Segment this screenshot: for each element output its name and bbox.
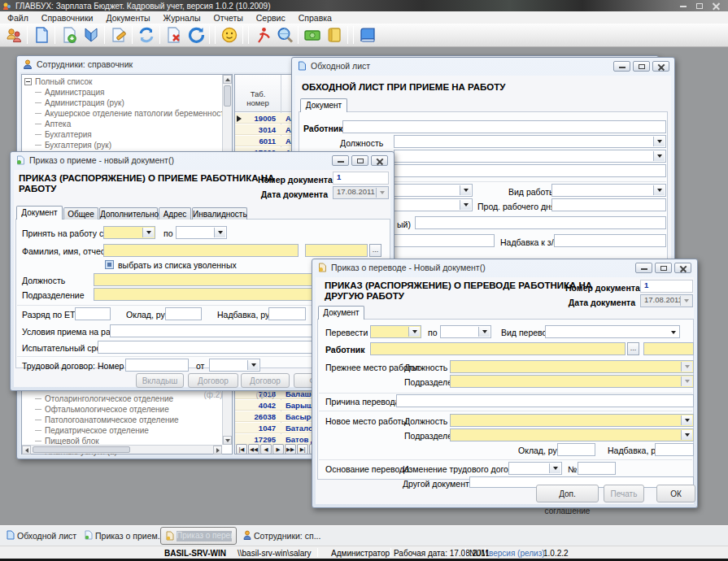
new-document-icon[interactable] [30,25,52,46]
salary-field[interactable] [165,307,202,320]
nav-next-page-button[interactable]: ▶▶ [285,444,296,454]
doc-number-field[interactable]: 1 [333,172,389,185]
contract-number-field[interactable] [125,359,189,372]
tab-document[interactable]: Документ [16,206,63,220]
new-position-combo[interactable] [450,414,694,427]
tab-general[interactable]: Общее [63,207,98,220]
close-button[interactable] [371,155,388,166]
department-combo[interactable] [394,150,666,163]
menu-journals[interactable]: Журналы [157,13,207,23]
transfer-to-combo[interactable] [440,325,491,338]
workday-field[interactable] [551,198,666,211]
nav-prior-page-button[interactable]: ◀◀ [248,444,259,454]
contract-f1-button[interactable]: Договор (ф.1) [241,373,290,388]
bonus-field[interactable] [554,234,666,247]
collapse-icon[interactable] [24,78,32,85]
worker-field[interactable] [370,342,626,355]
employees-icon[interactable] [2,25,24,46]
old-department-field[interactable] [450,375,694,388]
search-icon[interactable] [273,25,295,46]
tree-item[interactable]: Отоларингологическое отделение [24,394,179,404]
contract-f2-button[interactable]: Договор (ф.2) [188,373,238,388]
minimize-button[interactable] [635,263,652,273]
new-salary-field[interactable] [557,443,595,456]
task-hire[interactable]: Приказ о прием... [95,531,165,541]
status-version-label[interactable]: версия (релиз) [489,549,545,558]
restore-button[interactable] [633,61,650,72]
minimize-icon[interactable] [680,5,687,7]
ok-button[interactable]: ОК [656,485,695,502]
help-book-icon[interactable] [356,25,378,46]
menu-file[interactable]: Файл [1,13,35,23]
field[interactable] [415,216,666,229]
restore-button[interactable] [655,263,672,273]
fio-picker-button[interactable]: ... [369,244,381,257]
menu-documents[interactable]: Документы [99,13,156,23]
worker-field[interactable] [342,120,666,133]
task-bypass[interactable]: Обходной лист [17,531,76,541]
doc-number-field[interactable]: 1 [640,280,693,293]
tab-additional[interactable]: Дополнительно [99,207,158,220]
menu-references[interactable]: Справочники [35,13,100,23]
restore-button[interactable] [351,155,368,166]
fio-short-field[interactable] [305,244,368,257]
tree-item[interactable]: Педиатрическое отделение [24,425,179,436]
money-icon[interactable] [301,25,323,46]
edit-document-icon[interactable] [107,25,129,46]
close-button[interactable] [652,61,669,72]
sync-documents-icon[interactable] [135,25,157,46]
transfer-type-combo[interactable] [545,325,680,338]
new-department-combo[interactable] [450,428,694,441]
contract-date-combo[interactable] [209,359,260,372]
tab-address[interactable]: Адрес [159,207,191,220]
worker-short-field[interactable] [643,342,694,355]
tree-item[interactable]: Администрация [24,87,229,98]
smiley-icon[interactable] [218,25,240,46]
menu-help[interactable]: Справка [292,13,338,23]
reason-field[interactable] [396,394,694,407]
print-button[interactable]: Печать [604,485,644,502]
tree-item[interactable]: Патологоанатомическое отделение [24,415,179,425]
delete-document-icon[interactable] [163,25,185,46]
refresh-icon[interactable] [185,25,207,46]
agreement-button[interactable]: Доп. соглашение [536,485,599,502]
tree-item[interactable]: Аптека [24,119,229,129]
contract-change-number-field[interactable] [578,462,616,475]
bonus-field[interactable] [268,307,306,320]
tree-item[interactable]: Бухгалтерия (рук) [24,140,229,150]
tree-horizontal-scrollbar[interactable] [22,445,222,454]
nav-next-button[interactable]: ▶ [272,444,284,454]
dismissed-checkbox[interactable] [105,260,114,269]
tree-item[interactable]: Бухгалтерия [24,129,229,140]
grade-field[interactable] [75,307,111,320]
insert-button[interactable]: Вкладыш [136,373,184,388]
doc-date-field[interactable]: 17.08.2011 [640,294,693,307]
nav-first-button[interactable]: |◀ [236,444,247,454]
tree-item[interactable]: Акушерское отделение патологии беременно… [24,108,229,119]
task-transfer-active[interactable]: Приказ о перево [160,527,237,545]
tree-item[interactable]: Офтальмологическое отделение [24,404,179,415]
hire-from-combo[interactable] [103,226,155,239]
tab-document[interactable]: Документ [318,306,364,320]
tree-item[interactable]: Администрация (рук) [24,98,229,108]
maximize-icon[interactable] [696,3,703,9]
close-icon[interactable] [713,2,720,10]
tab-document[interactable]: Документ [300,98,347,112]
hire-to-combo[interactable] [176,226,227,239]
close-button[interactable] [674,263,691,273]
tree-item-root[interactable]: Полный список [24,76,229,87]
nav-prior-button[interactable]: ◀ [260,444,272,454]
open-document-icon[interactable] [58,25,80,46]
minimize-button[interactable] [613,61,630,72]
task-employees[interactable]: Сотрудники: сп... [254,531,320,541]
doc-date-field[interactable]: 17.08.2011 [333,186,389,199]
book-icon[interactable] [80,25,102,46]
contract-change-date-combo[interactable] [508,462,562,475]
transfer-from-combo[interactable] [370,325,421,338]
new-bonus-field[interactable] [655,443,694,456]
position-combo[interactable] [394,135,666,148]
run-person-icon[interactable] [251,25,273,46]
worker-picker-button[interactable]: ... [627,342,639,355]
scroll-icon[interactable] [323,25,345,46]
fio-field[interactable] [103,244,299,257]
